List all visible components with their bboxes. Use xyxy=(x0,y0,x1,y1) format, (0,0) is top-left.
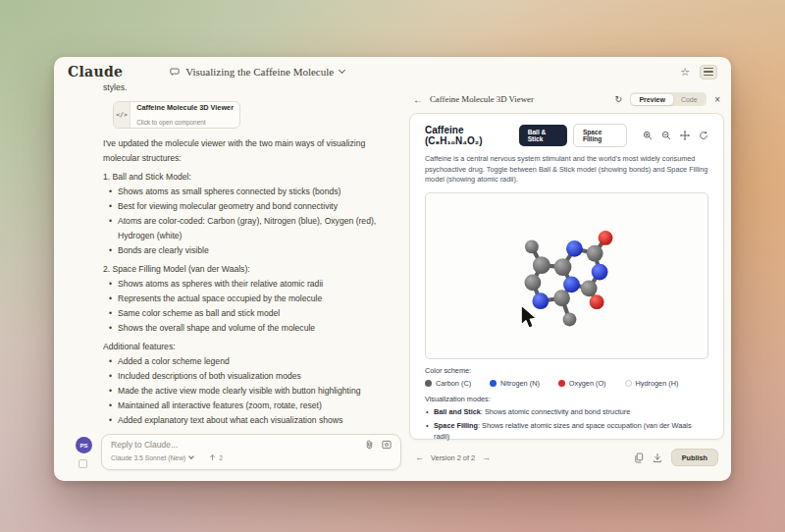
chat-title: Visualizing the Caffeine Molecule xyxy=(185,66,334,78)
list-title-additional: Additional features: xyxy=(103,340,401,354)
list-item: Made the active view mode clearly visibl… xyxy=(109,384,401,399)
assistant-message-partial: styles. xyxy=(103,80,401,95)
list-item: Added a color scheme legend xyxy=(109,354,401,369)
list-item: Represents the actual space occupied by … xyxy=(109,292,401,306)
space-filling-list: Shows atoms as spheres with their relati… xyxy=(109,277,401,336)
sidebar-toggle-button[interactable] xyxy=(700,65,717,80)
back-arrow-icon[interactable]: ← xyxy=(413,94,423,105)
usage-count: 2 xyxy=(219,454,223,461)
list-item: Shows the overall shape and volume of th… xyxy=(109,321,401,336)
artifact-card-subtitle: Click to open component xyxy=(136,115,234,129)
carbon-dot xyxy=(425,380,432,387)
legend-oxygen: Oxygen (O) xyxy=(558,379,606,388)
list-item: Added explanatory text about what each v… xyxy=(109,413,401,428)
oxygen-dot xyxy=(558,380,565,387)
download-icon[interactable] xyxy=(653,452,662,463)
arrow-up-icon xyxy=(209,453,216,461)
move-icon[interactable] xyxy=(680,131,690,140)
molecule-title: Caffeine (C₈H₁₀N₄O₂) xyxy=(425,125,519,146)
copy-icon[interactable] xyxy=(634,452,644,463)
artifact-panel: ← Caffeine Molecule 3D Viewer ↻ Preview … xyxy=(405,88,728,469)
chat-title-menu[interactable]: Visualizing the Caffeine Molecule xyxy=(170,66,344,78)
mode-space-filling: Space Filling: Shows relative atomic siz… xyxy=(425,420,708,442)
next-version-icon[interactable]: → xyxy=(482,452,491,462)
artifact-card[interactable]: </> Caffeine Molecule 3D Viewer Click to… xyxy=(113,101,240,129)
reply-composer: Claude 3.5 Sonnet (New) 2 xyxy=(101,434,401,470)
list-title-ball-stick: 1. Ball and Stick Model: xyxy=(103,170,401,185)
legend-label: Color scheme: xyxy=(425,366,708,375)
hydrogen-dot xyxy=(625,380,632,387)
list-item: Included descriptions of both visualizat… xyxy=(109,369,401,384)
code-icon: </> xyxy=(114,102,131,128)
publish-button[interactable]: Publish xyxy=(671,449,718,466)
artifact-header: ← Caffeine Molecule 3D Viewer ↻ Preview … xyxy=(405,88,728,110)
tab-preview[interactable]: Preview xyxy=(631,94,672,105)
molecule-description: Caffeine is a central nervous system sti… xyxy=(425,154,708,186)
star-icon[interactable]: ☆ xyxy=(680,67,690,78)
list-title-space-filling: 2. Space Filling Model (van der Waals): xyxy=(103,262,401,277)
legend-nitrogen: Nitrogen (N) xyxy=(490,379,540,388)
legend-carbon: Carbon (C) xyxy=(425,379,471,388)
list-item: Bonds are clearly visible xyxy=(109,243,401,258)
zoom-out-icon[interactable] xyxy=(661,131,671,140)
modes-label: Visualization modes: xyxy=(425,395,708,403)
color-legend: Carbon (C) Nitrogen (N) Oxygen (O) Hydro… xyxy=(425,379,708,388)
screenshot-icon[interactable] xyxy=(382,440,392,450)
zoom-in-icon[interactable] xyxy=(643,131,653,140)
tab-code[interactable]: Code xyxy=(673,94,706,105)
ball-stick-button[interactable]: Ball & Stick xyxy=(519,125,567,146)
list-item: Shows atoms as spheres with their relati… xyxy=(109,277,401,292)
assistant-intro: I've updated the molecule viewer with th… xyxy=(103,136,401,166)
caffeine-viewer-app: Caffeine (C₈H₁₀N₄O₂) Ball & Stick Space … xyxy=(409,113,724,440)
molecule-svg xyxy=(426,193,707,358)
list-item: Same color scheme as ball and stick mode… xyxy=(109,306,401,321)
artifact-card-title: Caffeine Molecule 3D Viewer xyxy=(136,101,234,115)
preview-code-toggle: Preview Code xyxy=(630,92,706,106)
usage-badge[interactable]: 2 xyxy=(209,453,223,461)
model-selector[interactable]: Claude 3.5 Sonnet (New) xyxy=(111,454,185,461)
additional-features-list: Added a color scheme legend Included des… xyxy=(109,354,401,428)
user-avatar[interactable]: PS xyxy=(76,437,92,453)
claude-app-window: Claude Visualizing the Caffeine Molecule… xyxy=(54,57,731,481)
list-item: Maintained all interactive features (zoo… xyxy=(109,399,401,413)
version-label: Version 2 of 2 xyxy=(431,453,475,462)
nitrogen-dot xyxy=(490,380,497,387)
claude-logo[interactable]: Claude xyxy=(68,64,123,80)
chevron-down-icon xyxy=(339,67,345,74)
list-item: Atoms are color-coded: Carbon (gray), Ni… xyxy=(109,214,401,243)
ball-stick-list: Shows atoms as small spheres connected b… xyxy=(109,185,401,258)
close-icon[interactable]: × xyxy=(714,94,720,105)
mode-ball-stick: Ball and Stick: Shows atomic connectivit… xyxy=(425,406,708,417)
attachment-icon[interactable] xyxy=(365,440,374,450)
chevron-down-icon xyxy=(188,453,194,459)
chat-transcript: styles. </> Caffeine Molecule 3D Viewer … xyxy=(103,80,401,432)
artifact-footer: ← Version 2 of 2 → Publish xyxy=(409,446,724,469)
list-item: Shows atoms as small spheres connected b… xyxy=(109,185,401,199)
space-filling-button[interactable]: Space Filling xyxy=(573,124,627,147)
style-selector-icon[interactable] xyxy=(78,459,87,468)
reply-input[interactable] xyxy=(111,440,365,450)
legend-hydrogen: Hydrogen (H) xyxy=(625,379,679,388)
reset-icon[interactable] xyxy=(699,131,708,140)
mouse-cursor xyxy=(521,304,537,328)
refresh-icon[interactable]: ↻ xyxy=(614,94,622,104)
artifact-title: Caffeine Molecule 3D Viewer xyxy=(430,94,534,104)
list-item: Best for viewing molecular geometry and … xyxy=(109,199,401,214)
prev-version-icon[interactable]: ← xyxy=(415,452,424,462)
molecule-viewport[interactable] xyxy=(425,192,708,359)
chat-bubble-icon xyxy=(170,67,180,77)
